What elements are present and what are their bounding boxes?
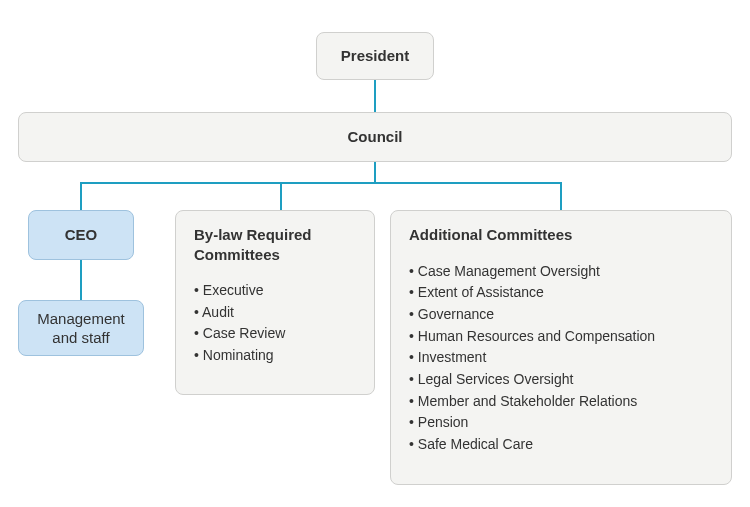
list-item: Case Review xyxy=(194,323,356,345)
connector-to-ceo xyxy=(80,182,82,210)
list-item: Pension xyxy=(409,412,713,434)
connector-president-council xyxy=(374,80,376,112)
node-ceo: CEO xyxy=(28,210,134,260)
bylaw-list: ExecutiveAuditCase ReviewNominating xyxy=(194,280,356,367)
connector-to-additional xyxy=(560,182,562,210)
connector-council-down xyxy=(374,162,376,182)
connector-to-bylaw xyxy=(280,182,282,210)
president-label: President xyxy=(341,46,409,66)
node-council: Council xyxy=(18,112,732,162)
ceo-label: CEO xyxy=(65,225,98,245)
council-label: Council xyxy=(348,127,403,147)
node-management-staff: Management and staff xyxy=(18,300,144,356)
node-additional-committees: Additional Committees Case Management Ov… xyxy=(390,210,732,485)
list-item: Investment xyxy=(409,347,713,369)
bylaw-title: By-law Required Committees xyxy=(194,225,356,264)
list-item: Legal Services Oversight xyxy=(409,369,713,391)
list-item: Extent of Assistance xyxy=(409,282,713,304)
mgmt-label: Management and staff xyxy=(37,309,125,348)
list-item: Executive xyxy=(194,280,356,302)
node-president: President xyxy=(316,32,434,80)
list-item: Audit xyxy=(194,302,356,324)
node-bylaw-committees: By-law Required Committees ExecutiveAudi… xyxy=(175,210,375,395)
connector-ceo-mgmt xyxy=(80,260,82,300)
list-item: Nominating xyxy=(194,345,356,367)
additional-title: Additional Committees xyxy=(409,225,713,245)
list-item: Human Resources and Compensation xyxy=(409,326,713,348)
additional-list: Case Management OversightExtent of Assis… xyxy=(409,261,713,456)
list-item: Governance xyxy=(409,304,713,326)
list-item: Safe Medical Care xyxy=(409,434,713,456)
list-item: Member and Stakeholder Relations xyxy=(409,391,713,413)
connector-branch-horizontal xyxy=(80,182,562,184)
list-item: Case Management Oversight xyxy=(409,261,713,283)
